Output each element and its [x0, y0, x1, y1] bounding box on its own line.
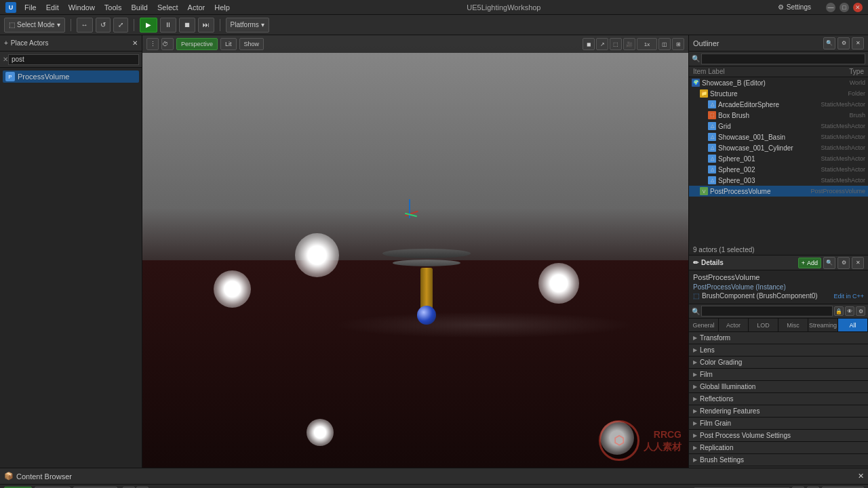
menu-help[interactable]: Help [214, 3, 230, 12]
vp-icon-2[interactable]: ↗ [596, 38, 608, 50]
section-ppv-settings[interactable]: ▶ Post Process Volume Settings [689, 430, 868, 442]
tab-streaming[interactable]: Streaming [808, 319, 838, 331]
section-global-illumination[interactable]: ▶ Global Illumination [689, 381, 868, 393]
menu-file[interactable]: File [24, 3, 37, 12]
world-icon: 🌍 [692, 79, 700, 87]
tree-sphere002[interactable]: △ Sphere_002 StaticMeshActor [689, 164, 868, 175]
section-lens-header[interactable]: ▶ Lens [689, 344, 868, 357]
section-ppv-settings-header[interactable]: ▶ Post Process Volume Settings [689, 430, 868, 442]
menu-select[interactable]: Select [157, 3, 178, 12]
minimize-button[interactable]: — [826, 3, 835, 12]
tree-sphere001[interactable]: △ Sphere_001 StaticMeshActor [689, 153, 868, 164]
section-transform[interactable]: ▶ Transform [689, 332, 868, 344]
outliner-close-btn[interactable]: ✕ [852, 37, 864, 49]
skip-button[interactable]: ⏭ [198, 18, 214, 33]
edit-in-cpp-btn[interactable]: Edit in C++ [833, 293, 864, 300]
tab-misc[interactable]: Misc [778, 319, 808, 331]
vp-icon-6[interactable]: ⊞ [672, 38, 684, 50]
tree-structure-folder[interactable]: 📁 Structure Folder [689, 88, 868, 99]
section-global-illumination-header[interactable]: ▶ Global Illumination [689, 381, 868, 393]
section-film[interactable]: ▶ Film [689, 369, 868, 381]
rotate-button[interactable]: ↺ [96, 18, 111, 33]
settings-button[interactable]: ⚙ Settings [778, 3, 811, 11]
perspective-button[interactable]: Perspective [176, 38, 218, 50]
transform-button[interactable]: ↔ [77, 18, 93, 33]
section-transform-header[interactable]: ▶ Transform [689, 332, 868, 344]
viewport-options-button[interactable]: ⋮ [146, 38, 159, 50]
tree-world[interactable]: 🌍 Showcase_B (Editor) World [689, 77, 868, 88]
realtime-button[interactable]: ⏱ [161, 38, 174, 50]
props-search-input[interactable] [701, 306, 833, 317]
grid-icon: △ [708, 122, 716, 130]
menu-window[interactable]: Window [68, 3, 95, 12]
content-browser-close-btn[interactable]: ✕ [858, 472, 864, 481]
tree-sphere003[interactable]: △ Sphere_003 StaticMeshActor [689, 175, 868, 186]
lit-button[interactable]: Lit [220, 38, 237, 50]
tree-cylinder[interactable]: △ Showcase_001_Cylinder StaticMeshActor [689, 142, 868, 153]
section-film-grain-header[interactable]: ▶ Film Grain [689, 418, 868, 430]
tree-basin[interactable]: △ Showcase_001_Basin StaticMeshActor [689, 131, 868, 142]
details-search-btn[interactable]: 🔍 [823, 257, 835, 269]
section-color-grading[interactable]: ▶ Color Grading [689, 357, 868, 369]
menu-edit[interactable]: Edit [46, 3, 59, 12]
tab-actor[interactable]: Actor [719, 319, 749, 331]
section-brush-settings[interactable]: ▶ Brush Settings [689, 454, 868, 466]
tree-box-brush[interactable]: ⬚ Box Brush Brush [689, 110, 868, 121]
details-settings-btn[interactable]: ⚙ [837, 257, 850, 269]
platforms-button[interactable]: Platforms ▾ [226, 18, 269, 33]
section-rendering-features-header[interactable]: ▶ Rendering Features [689, 405, 868, 418]
section-replication-header[interactable]: ▶ Replication [689, 442, 868, 454]
chevron-reflections: ▶ [693, 396, 697, 402]
scale-button[interactable]: ⤢ [113, 18, 128, 33]
stop-button[interactable]: ⏹ [179, 18, 195, 33]
ppv-icon: V [700, 187, 708, 195]
props-settings-btn[interactable]: ⚙ [856, 306, 865, 316]
menu-tools[interactable]: Tools [104, 3, 122, 12]
vp-icon-3[interactable]: ⬚ [610, 38, 622, 50]
section-film-grain[interactable]: ▶ Film Grain [689, 418, 868, 430]
props-eye-btn[interactable]: 👁 [845, 306, 854, 316]
tab-all[interactable]: All [838, 319, 868, 331]
show-button[interactable]: Show [239, 38, 264, 50]
menu-build[interactable]: Build [132, 3, 148, 12]
section-reflections[interactable]: ▶ Reflections [689, 393, 868, 405]
section-hlod-header[interactable]: ▶ HLOD [689, 466, 868, 468]
maximize-button[interactable]: □ [840, 3, 849, 12]
viewport[interactable]: ⋮ ⏱ Perspective Lit Show ◼ ↗ ⬚ 🎥 1x ◫ ⊞ [142, 35, 688, 468]
details-content: PostProcessVolume PostProcessVolume (Ins… [689, 270, 868, 304]
ppv-label: PostProcessVolume [710, 188, 810, 195]
actor-item[interactable]: P ProcessVolume [3, 70, 139, 83]
tab-lod[interactable]: LOD [749, 319, 778, 331]
play-button[interactable]: ▶ [140, 18, 157, 33]
details-close-btn[interactable]: ✕ [852, 257, 864, 269]
section-reflections-header[interactable]: ▶ Reflections [689, 393, 868, 405]
vp-scale[interactable]: 1x [637, 38, 657, 50]
vp-icon-4[interactable]: 🎥 [623, 38, 635, 50]
tree-grid[interactable]: △ Grid StaticMeshActor [689, 121, 868, 131]
props-lock-btn[interactable]: 🔒 [834, 306, 844, 316]
menu-actor[interactable]: Actor [188, 3, 205, 12]
section-replication[interactable]: ▶ Replication [689, 442, 868, 454]
section-hlod[interactable]: ▶ HLOD [689, 466, 868, 468]
search-input[interactable] [8, 54, 139, 65]
world-type: World [850, 79, 865, 86]
place-actors-close[interactable]: ✕ [132, 39, 138, 47]
outliner-search-btn[interactable]: 🔍 [823, 37, 835, 49]
section-fg-label: Film Grain [700, 420, 731, 427]
section-lens[interactable]: ▶ Lens [689, 344, 868, 357]
section-brush-settings-header[interactable]: ▶ Brush Settings [689, 454, 868, 466]
tree-arcade-sphere[interactable]: △ ArcadeEditorSphere StaticMeshActor [689, 99, 868, 110]
close-button[interactable]: ✕ [853, 3, 863, 12]
tab-general[interactable]: General [689, 319, 719, 331]
outliner-search-input[interactable] [701, 54, 865, 64]
mode-button[interactable]: ⬚ Select Mode ▾ [4, 18, 65, 33]
section-color-grading-header[interactable]: ▶ Color Grading [689, 357, 868, 369]
vp-icon-1[interactable]: ◼ [583, 38, 595, 50]
vp-icon-5[interactable]: ◫ [658, 38, 671, 50]
details-add-button[interactable]: + Add [798, 258, 821, 268]
pause-button[interactable]: ⏸ [160, 18, 176, 33]
section-film-header[interactable]: ▶ Film [689, 369, 868, 381]
section-rendering-features[interactable]: ▶ Rendering Features [689, 405, 868, 418]
outliner-settings-btn[interactable]: ⚙ [837, 37, 850, 49]
tree-ppv[interactable]: V PostProcessVolume PostProcessVolume [689, 186, 868, 197]
